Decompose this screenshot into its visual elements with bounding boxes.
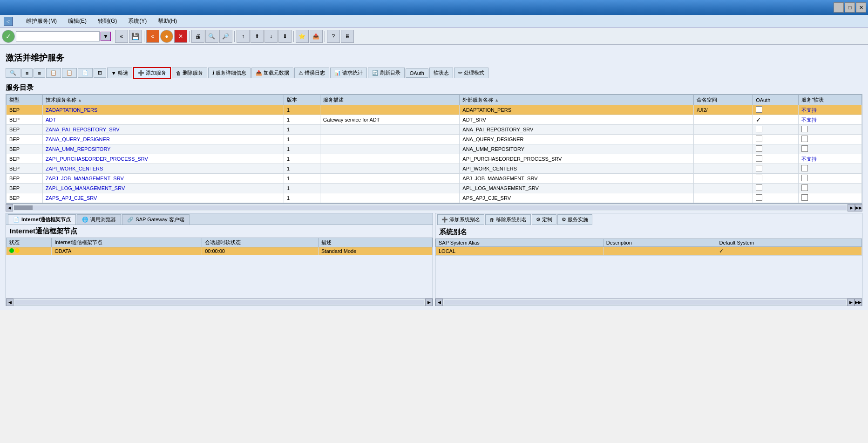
left-table-row[interactable]: ODATA 00:00:00 Standard Mode	[7, 247, 433, 255]
table-row[interactable]: BEP ZANA_PAI_REPOSITORY_SRV 1 ANA_PAI_RE…	[7, 125, 862, 135]
tab-icf[interactable]: 📄 Internet通信框架节点	[8, 214, 76, 225]
cell-softstatus: 不支持	[799, 115, 862, 125]
cell-oauth	[753, 174, 799, 184]
print-btn[interactable]: 🖨	[191, 30, 204, 43]
load-meta-btn[interactable]: 📥 加载元数据	[251, 68, 293, 78]
add-service-btn[interactable]: ➕ 添加服务	[133, 67, 171, 79]
right-scroll-track[interactable]	[444, 300, 846, 305]
down2-btn[interactable]: ⬇	[278, 30, 292, 43]
tab-gateway-label: SAP Gateway 客户端	[136, 216, 184, 223]
down-btn[interactable]: ↓	[264, 30, 278, 43]
oauth-btn[interactable]: OAuth	[406, 68, 428, 78]
scroll-track[interactable]	[14, 205, 847, 210]
cell-name: ZAPJ_JOB_MANAGEMENT_SRV	[42, 174, 284, 184]
cell-extname: ANA_QUERY_DESIGNER	[460, 135, 694, 144]
service-table-container[interactable]: 类型 技术服务名称 ▲ 版本 服务描述 外部服务名称 ▲ 命名空间 OAuth …	[6, 94, 862, 204]
remove-alias-btn[interactable]: 🗑 移除系统别名	[485, 214, 531, 225]
left-scroll-left[interactable]: ◀	[6, 299, 14, 306]
cell-desc	[320, 144, 460, 154]
soft-status-btn[interactable]: 软状态	[429, 68, 453, 78]
cell-type: BEP	[7, 164, 43, 174]
scroll-right2[interactable]: ▶▶	[855, 204, 862, 211]
table-row[interactable]: BEP ZADAPTATION_PERS 1 ADAPTATION_PERS /…	[7, 105, 862, 115]
icon-btn-2[interactable]: ≡	[21, 68, 33, 78]
star-btn[interactable]: ⭐	[296, 30, 309, 43]
left-panel: 📄 Internet通信框架节点 🌐 调用浏览器 🔗 SAP Gateway 客…	[6, 213, 433, 306]
icon-btn-3[interactable]: ≡	[34, 68, 45, 78]
service-impl-btn[interactable]: ⚙ 服务实施	[557, 214, 592, 225]
cell-version: 1	[284, 164, 320, 174]
right-scroll-right[interactable]: ▶	[847, 299, 854, 306]
monitor-btn[interactable]: 🖥	[341, 30, 354, 43]
scroll-right[interactable]: ▶	[848, 204, 855, 211]
circle-btn[interactable]: ●	[160, 30, 173, 43]
command-input[interactable]	[16, 31, 100, 41]
add-alias-btn[interactable]: ➕ 添加系统别名	[437, 214, 484, 225]
cell-ns	[694, 184, 753, 193]
table-row[interactable]: BEP ZANA_UMM_REPOSITORY 1 ANA_UMM_REPOSI…	[7, 144, 862, 154]
table-row[interactable]: BEP ZAPS_APJ_CJE_SRV 1 APS_APJ_CJE_SRV	[7, 193, 862, 203]
right-scroll-left[interactable]: ◀	[435, 299, 443, 306]
up2-btn[interactable]: ⬆	[251, 30, 264, 43]
find2-btn[interactable]: 🔎	[219, 30, 232, 43]
export-btn[interactable]: 📤	[310, 30, 323, 43]
icon-btn-6[interactable]: 📄	[78, 68, 93, 78]
close-button[interactable]: ✕	[856, 2, 866, 13]
menu-xitong[interactable]: 系统(Y)	[126, 16, 149, 26]
left-scroll-track[interactable]	[14, 300, 424, 305]
dropdown-btn[interactable]: ▼	[101, 32, 111, 41]
left-panel-tabs: 📄 Internet通信框架节点 🌐 调用浏览器 🔗 SAP Gateway 客…	[6, 213, 433, 225]
left-scroll-right[interactable]: ▶	[425, 299, 433, 306]
filter-btn[interactable]: ▼ 筛选	[107, 68, 132, 78]
save-btn[interactable]: 💾	[129, 30, 142, 43]
cell-softstatus: 不支持	[799, 105, 862, 115]
menu-zhuandao[interactable]: 转到(G)	[96, 16, 119, 26]
table-row[interactable]: BEP ADT 1 Gateway service for ADT ADT_SR…	[7, 115, 862, 125]
right-scroll-right2[interactable]: ▶▶	[854, 299, 862, 306]
right-h-scrollbar[interactable]: ◀ ▶ ▶▶	[435, 298, 862, 306]
right-col-alias: SAP System Alias	[436, 239, 604, 247]
menu-bangzhu[interactable]: 帮助(H)	[156, 16, 179, 26]
right-table-row[interactable]: LOCAL ✓	[436, 247, 862, 256]
menu-bianji[interactable]: 编辑(E)	[66, 16, 88, 26]
cell-type: BEP	[7, 144, 43, 154]
cell-type: BEP	[7, 174, 43, 184]
scroll-thumb[interactable]	[14, 205, 33, 210]
delete-service-btn[interactable]: 🗑 删除服务	[172, 68, 207, 78]
cell-desc	[320, 164, 460, 174]
back2-btn[interactable]: «	[146, 30, 159, 43]
table-row[interactable]: BEP ZANA_QUERY_DESIGNER 1 ANA_QUERY_DESI…	[7, 135, 862, 144]
table-row[interactable]: BEP ZAPI_WORK_CENTERS 1 API_WORK_CENTERS	[7, 164, 862, 174]
service-detail-btn[interactable]: ℹ 服务详细信息	[208, 68, 251, 78]
scroll-left[interactable]: ◀	[6, 204, 13, 211]
tab-browser[interactable]: 🌐 调用浏览器	[77, 214, 121, 225]
customize-btn[interactable]: ⚙ 定制	[532, 214, 556, 225]
left-h-scrollbar[interactable]: ◀ ▶	[6, 298, 433, 306]
col-name[interactable]: 技术服务名称 ▲	[42, 95, 284, 105]
table-row[interactable]: BEP ZAPJ_JOB_MANAGEMENT_SRV 1 APJ_JOB_MA…	[7, 174, 862, 184]
icon-btn-1[interactable]: 🔍	[6, 68, 20, 78]
error-log-btn[interactable]: ⚠ 错误日志	[294, 68, 329, 78]
table-row[interactable]: BEP ZAPL_LOG_MANAGEMENT_SRV 1 APL_LOG_MA…	[7, 184, 862, 193]
toolbar-checkmark[interactable]: ✓	[2, 30, 15, 43]
bottom-panels: 📄 Internet通信框架节点 🌐 调用浏览器 🔗 SAP Gateway 客…	[6, 213, 862, 306]
page-container: 激活并维护服务 🔍 ≡ ≡ 📋 📋 📄 ⊞ ▼ 筛选 ➕ 添加服务 🗑 删除服务…	[0, 45, 868, 310]
process-mode-btn[interactable]: ✏ 处理模式	[454, 68, 488, 78]
table-row[interactable]: BEP ZAPI_PURCHASEORDER_PROCESS_SRV 1 API…	[7, 154, 862, 164]
refresh-btn[interactable]: 🔄 刷新目录	[368, 68, 405, 78]
tab-gateway[interactable]: 🔗 SAP Gateway 客户端	[122, 214, 189, 225]
icon-btn-7[interactable]: ⊞	[94, 68, 106, 78]
up-btn[interactable]: ↑	[237, 30, 250, 43]
maximize-button[interactable]: □	[845, 2, 855, 13]
menu-weihu[interactable]: 维护服务(M)	[24, 16, 59, 26]
icon-btn-5[interactable]: 📋	[62, 68, 77, 78]
left-col-timeout: 会话超时软状态	[202, 238, 319, 247]
back-btn[interactable]: «	[115, 30, 128, 43]
stop-btn[interactable]: ✕	[174, 30, 187, 43]
help-btn[interactable]: ?	[327, 30, 340, 43]
icon-btn-4[interactable]: 📋	[46, 68, 61, 78]
minimize-button[interactable]: _	[834, 2, 844, 13]
find-btn[interactable]: 🔍	[205, 30, 218, 43]
h-scrollbar[interactable]: ◀ ▶ ▶▶	[6, 204, 862, 211]
stats-btn[interactable]: 📊 请求统计	[330, 68, 367, 78]
